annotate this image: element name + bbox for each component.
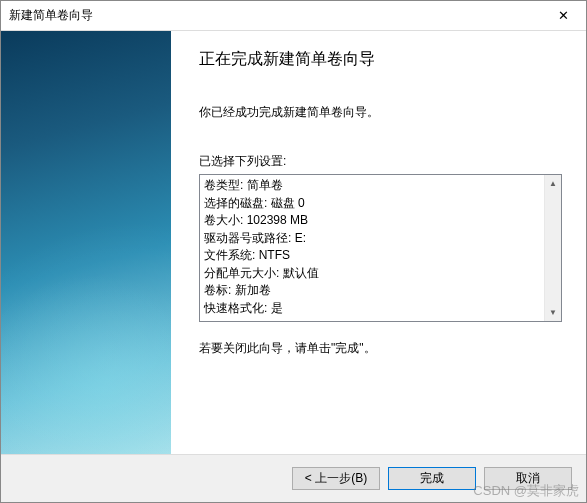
cancel-button[interactable]: 取消: [484, 467, 572, 490]
settings-label: 已选择下列设置:: [199, 153, 562, 170]
scroll-track[interactable]: [545, 192, 561, 304]
page-heading: 正在完成新建简单卷向导: [199, 49, 562, 70]
scroll-up-arrow-icon[interactable]: ▲: [545, 175, 561, 192]
list-item: 快速格式化: 是: [204, 300, 540, 318]
finish-button[interactable]: 完成: [388, 467, 476, 490]
vertical-scrollbar[interactable]: ▲ ▼: [544, 175, 561, 321]
intro-text: 你已经成功完成新建简单卷向导。: [199, 104, 562, 121]
button-row: < 上一步(B) 完成 取消: [1, 454, 586, 502]
list-item: 驱动器号或路径: E:: [204, 230, 540, 248]
closing-text: 若要关闭此向导，请单击"完成"。: [199, 340, 562, 357]
wizard-content: 正在完成新建简单卷向导 你已经成功完成新建简单卷向导。 已选择下列设置: 卷类型…: [171, 31, 586, 454]
wizard-body: 正在完成新建简单卷向导 你已经成功完成新建简单卷向导。 已选择下列设置: 卷类型…: [1, 31, 586, 454]
list-item: 分配单元大小: 默认值: [204, 265, 540, 283]
list-item: 选择的磁盘: 磁盘 0: [204, 195, 540, 213]
settings-list-content: 卷类型: 简单卷 选择的磁盘: 磁盘 0 卷大小: 102398 MB 驱动器号…: [200, 175, 544, 321]
close-icon: ✕: [558, 8, 569, 23]
scroll-down-arrow-icon[interactable]: ▼: [545, 304, 561, 321]
wizard-sidebar-graphic: [1, 31, 171, 454]
titlebar: 新建简单卷向导 ✕: [1, 1, 586, 31]
back-button[interactable]: < 上一步(B): [292, 467, 380, 490]
settings-listbox[interactable]: 卷类型: 简单卷 选择的磁盘: 磁盘 0 卷大小: 102398 MB 驱动器号…: [199, 174, 562, 322]
wizard-window: 新建简单卷向导 ✕ 正在完成新建简单卷向导 你已经成功完成新建简单卷向导。 已选…: [0, 0, 587, 503]
close-button[interactable]: ✕: [541, 1, 586, 30]
list-item: 卷标: 新加卷: [204, 282, 540, 300]
window-title: 新建简单卷向导: [9, 7, 93, 24]
list-item: 卷大小: 102398 MB: [204, 212, 540, 230]
list-item: 卷类型: 简单卷: [204, 177, 540, 195]
list-item: 文件系统: NTFS: [204, 247, 540, 265]
